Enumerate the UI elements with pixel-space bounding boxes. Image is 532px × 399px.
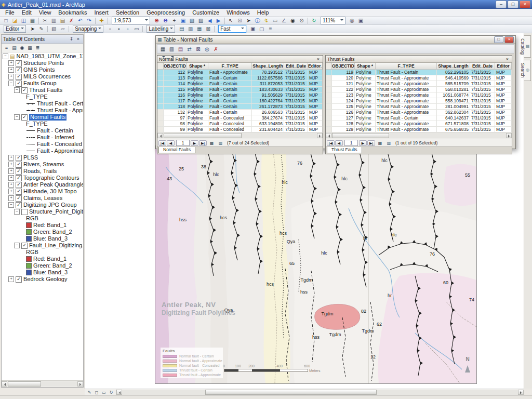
toc-item-gnis-points[interactable]: +✓GNIS Points	[2, 66, 83, 73]
fixed-zoom-in-icon[interactable]: ▧	[188, 17, 196, 24]
select-elements-icon[interactable]: ➤	[244, 17, 253, 24]
menu-edit[interactable]: Edit	[18, 9, 35, 16]
table-row[interactable]: 116PolylineFault - Certain91.5056297/31/…	[157, 92, 323, 98]
tree-expander-icon[interactable]: +	[8, 189, 14, 194]
column-header-editor-i[interactable]: Editor_I	[308, 63, 323, 69]
row-selector[interactable]	[157, 104, 164, 109]
back-extent-icon[interactable]: ◀	[205, 17, 214, 24]
row-selector[interactable]	[326, 81, 332, 86]
toc-item-structure-point-digitizing-jpg[interactable]: −Structure_Point_Digitizing.jpg	[2, 208, 83, 215]
tree-expander-icon[interactable]: −	[8, 202, 14, 208]
tree-expander-icon[interactable]: +	[8, 175, 14, 181]
row-selector[interactable]	[157, 87, 164, 92]
toc-item-bedrock-geology[interactable]: +✓Bedrock Geology	[2, 276, 83, 283]
list-by-source-icon[interactable]: ▤	[10, 44, 18, 52]
scroll-thumb[interactable]	[332, 133, 389, 138]
tree-expander-icon[interactable]: −	[8, 81, 14, 86]
scroll-right-icon[interactable]	[77, 381, 83, 387]
layer-checkbox[interactable]: ✓	[21, 243, 28, 249]
layer-checkbox[interactable]	[21, 209, 28, 215]
record-number-input[interactable]: 1	[344, 140, 358, 146]
toc-item-red-band-1[interactable]: Red: Band_1	[2, 222, 83, 229]
tab-thrust-faults[interactable]: Thrust Faults	[327, 147, 362, 153]
table-row[interactable]: 117PolylineFault - Certain180.4227647/31…	[157, 98, 323, 104]
edge-snapping-icon[interactable]: ▭	[132, 25, 141, 33]
show-all-records-icon[interactable]: ▦	[376, 139, 384, 147]
tree-expander-icon[interactable]: −	[14, 243, 20, 248]
magnifier-window-icon[interactable]: ◎	[348, 17, 356, 24]
table-row[interactable]: 98PolylineFault - Concealed633.1948067/3…	[157, 121, 323, 127]
scroll-right-icon[interactable]	[518, 390, 524, 395]
menu-file[interactable]: File	[2, 9, 18, 16]
show-all-records-icon[interactable]: ▦	[207, 139, 216, 147]
scroll-track[interactable]	[163, 133, 317, 138]
scroll-track[interactable]	[7, 381, 77, 387]
scroll-right-icon[interactable]	[317, 133, 323, 138]
table-row[interactable]: 123PolylineThrust Fault - Approximate105…	[326, 92, 512, 98]
row-selector[interactable]	[326, 70, 332, 75]
toc-item-blue-band-3[interactable]: Blue: Band_3	[2, 269, 83, 276]
first-record-button[interactable]: |◀	[158, 140, 166, 146]
table-row[interactable]: 129PolylineThrust Fault - Approximate675…	[326, 127, 512, 132]
scroll-track[interactable]	[122, 390, 518, 395]
row-selector[interactable]	[326, 98, 332, 103]
auto-hide-pin-icon[interactable]: ↧	[68, 36, 75, 42]
row-selector[interactable]	[326, 75, 332, 81]
row-selector[interactable]	[326, 104, 332, 109]
list-by-visibility-icon[interactable]: ◉	[18, 44, 26, 52]
column-header-shape-[interactable]: Shape *	[355, 63, 376, 69]
titlebar[interactable]: ◈ Antler_Peak_01.mxd - ArcMap –□×	[0, 0, 532, 9]
table-options-icon[interactable]: ▦	[158, 45, 167, 53]
toc-item-nad-1983-utm-zone-11n[interactable]: −▤NAD_1983_UTM_Zone_11N	[2, 53, 83, 60]
tree-expander-icon[interactable]: +	[8, 276, 14, 282]
table-row[interactable]: 114PolylineFault - Certain311.8720537/31…	[157, 81, 323, 87]
zoom-in-icon[interactable]: ⊕	[152, 17, 161, 24]
table-row[interactable]: 119PolylineThrust Fault - Certain852.296…	[326, 70, 512, 75]
cut-icon[interactable]: ✂	[41, 17, 49, 24]
table-hscrollbar[interactable]	[326, 132, 512, 139]
table-row[interactable]: 120PolylineThrust Fault - Approximate546…	[326, 75, 512, 81]
tree-expander-icon[interactable]: +	[8, 60, 14, 66]
toc-item-fault-certain[interactable]: Fault - Certain	[2, 127, 83, 134]
column-header-shape-length[interactable]: Shape_Length	[252, 63, 284, 69]
tree-expander-icon[interactable]: −	[3, 54, 8, 59]
layer-checkbox[interactable]: ✓	[21, 87, 28, 94]
next-record-button[interactable]: ▶	[359, 140, 367, 146]
label-priority-icon[interactable]: ▥	[186, 25, 195, 33]
table-row[interactable]: 132PolylineFault - Certain26.6865637/31/…	[157, 110, 323, 115]
dock-tab-search[interactable]: ◎Search	[524, 60, 531, 81]
toc-item-rivers-streams[interactable]: +✓Rivers, Streams	[2, 161, 83, 168]
toc-item-f-type[interactable]: F_TYPE	[2, 121, 83, 127]
scroll-thumb[interactable]	[205, 390, 377, 395]
toc-item-thrust-faults[interactable]: −✓Thrust Faults	[2, 87, 83, 94]
row-selector[interactable]	[326, 127, 332, 132]
table-window[interactable]: ▦ Table - Normal Faults □× ▦▥▤⇄⊠◎✗ Norma…	[155, 35, 516, 149]
row-selector[interactable]	[157, 70, 164, 75]
last-record-button[interactable]: ▶|	[199, 140, 207, 146]
row-selector[interactable]	[157, 110, 164, 115]
map-image[interactable]: 25433876hlchlchlchlc55hsshcshcsQyahlchrh…	[155, 145, 477, 384]
column-header-edit-date[interactable]: Edit_Date	[284, 63, 308, 69]
html-popup-icon[interactable]: ▭	[271, 17, 280, 24]
table-row[interactable]: 115PolylineFault - Certain183.4306337/31…	[157, 87, 323, 92]
scroll-left-icon[interactable]	[2, 381, 7, 387]
row-selector[interactable]	[157, 92, 164, 98]
menu-windows[interactable]: Windows	[223, 9, 254, 16]
speed-combo[interactable]: Fast	[218, 25, 246, 33]
table-row[interactable]: 113PolylineFault - Certain1122.6575867/3…	[157, 75, 323, 81]
record-number-input[interactable]: 1	[176, 140, 190, 146]
zoom-to-selected-icon[interactable]: ◎	[203, 45, 211, 53]
toc-item-antler-peak-quadrangle[interactable]: +✓Antler Peak Quadrangle	[2, 181, 83, 188]
show-selected-records-icon[interactable]: ▥	[384, 139, 393, 147]
close-button[interactable]: ×	[520, 1, 530, 8]
undo-icon[interactable]: ↶	[76, 17, 85, 24]
print-icon[interactable]: ▦	[28, 17, 37, 24]
column-header-f-type[interactable]: F_TYPE	[376, 63, 437, 69]
toc-item-digitizing-jpg-group[interactable]: −✓Digitizing JPG Group	[2, 202, 83, 208]
column-header-f-type[interactable]: F_TYPE	[208, 63, 252, 69]
clear-selection-icon[interactable]: ⊠	[235, 17, 244, 24]
menu-customize[interactable]: Customize	[189, 9, 223, 16]
clear-table-selection-icon[interactable]: ⊠	[194, 45, 203, 53]
previous-record-button[interactable]: ◀	[167, 140, 175, 146]
toc-item-hillshade-30-m-topo[interactable]: +✓Hillshade, 30 M Topo	[2, 188, 83, 195]
